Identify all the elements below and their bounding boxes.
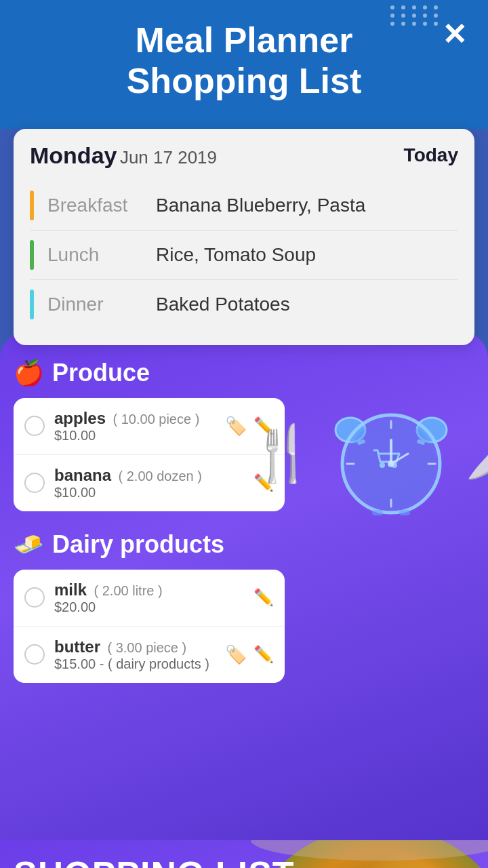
dinner-label: Dinner [47,294,156,315]
lunch-items: Rice, Tomato Soup [156,244,316,266]
today-button[interactable]: Today [404,144,458,166]
produce-title: Produce [52,359,150,387]
dairy-item-list: milk ( 2.00 litre ) $20.00 ✏️ butter ( 3… [14,570,285,683]
fork-icon: 🍴 [249,422,317,486]
milk-edit-icon[interactable]: ✏️ [253,588,274,607]
dinner-items: Baked Potatoes [156,294,290,315]
dinner-row: Dinner Baked Potatoes [30,280,458,329]
banana-info: banana ( 2.00 dozen ) $10.00 [54,466,253,500]
milk-qty: ( 2.00 litre ) [94,583,162,598]
milk-info: milk ( 2.00 litre ) $20.00 [54,580,253,615]
lunch-row: Lunch Rice, Tomato Soup [30,231,458,280]
dinner-indicator [30,290,34,319]
butter-price: $15.00 - ( dairy products ) [54,656,218,672]
lunch-indicator [30,240,34,270]
clock-illustration: 🍴 [291,352,481,555]
dairy-title: Dairy products [52,530,224,559]
banana-name: banana [54,466,111,484]
milk-price: $20.00 [54,599,253,615]
butter-name: butter [54,637,100,656]
svg-rect-16 [399,510,410,515]
svg-point-10 [380,462,385,468]
decorative-dots [390,5,441,26]
clock-svg [323,386,459,521]
breakfast-items: Banana Blueberry, Pasta [156,195,365,216]
svg-point-14 [388,460,394,467]
list-item: apples ( 10.00 piece ) $10.00 🏷️ ✏️ [14,398,285,455]
butter-edit-icon[interactable]: ✏️ [253,645,274,664]
banana-qty: ( 2.00 dozen ) [118,469,201,484]
list-item: banana ( 2.00 dozen ) $10.00 ✏️ [14,455,285,511]
apples-price: $10.00 [54,428,218,443]
shopping-area: 🍴 [0,332,488,840]
knife-icon: 🔪 [466,426,489,481]
butter-info: butter ( 3.00 piece ) $15.00 - ( dairy p… [54,637,218,672]
breakfast-row: Breakfast Banana Blueberry, Pasta [30,181,458,231]
milk-name: milk [54,580,87,599]
butter-checkbox[interactable] [24,644,45,665]
meal-card-header: Monday Jun 17 2019 Today [30,142,458,169]
day-info: Monday Jun 17 2019 [30,142,217,169]
butter-qty: ( 3.00 piece ) [107,640,186,655]
breakfast-indicator [30,191,34,220]
apples-qty: ( 10.00 piece ) [113,412,199,427]
produce-item-list: apples ( 10.00 piece ) $10.00 🏷️ ✏️ bana… [14,398,285,511]
day-name: Monday [30,142,117,168]
milk-checkbox[interactable] [24,587,45,608]
header: Meal Planner Shopping List ✕ [0,0,488,129]
day-date: Jun 17 2019 [120,147,217,167]
svg-rect-15 [372,510,383,515]
apples-name: apples [54,409,106,427]
produce-icon: 🍎 [14,359,44,387]
list-item: butter ( 3.00 piece ) $15.00 - ( dairy p… [14,627,285,683]
list-item: milk ( 2.00 litre ) $20.00 ✏️ [14,570,285,627]
meal-card: Monday Jun 17 2019 Today Breakfast Banan… [14,129,474,345]
page-title: Meal Planner Shopping List [14,20,474,102]
apples-info: apples ( 10.00 piece ) $10.00 [54,409,218,443]
butter-discount-icon: 🏷️ [225,644,247,665]
breakfast-label: Breakfast [47,195,156,216]
shopping-list-label: SHOPPING LIST [14,854,474,868]
apples-checkbox[interactable] [24,416,45,436]
banana-checkbox[interactable] [24,473,45,493]
banana-price: $10.00 [54,485,253,500]
lunch-label: Lunch [47,244,156,266]
close-button[interactable]: ✕ [434,14,474,54]
apples-discount-icon: 🏷️ [225,416,247,437]
dairy-icon: 🧈 [14,530,44,559]
bottom-section: SHOPPING LIST ✕ [0,840,488,868]
